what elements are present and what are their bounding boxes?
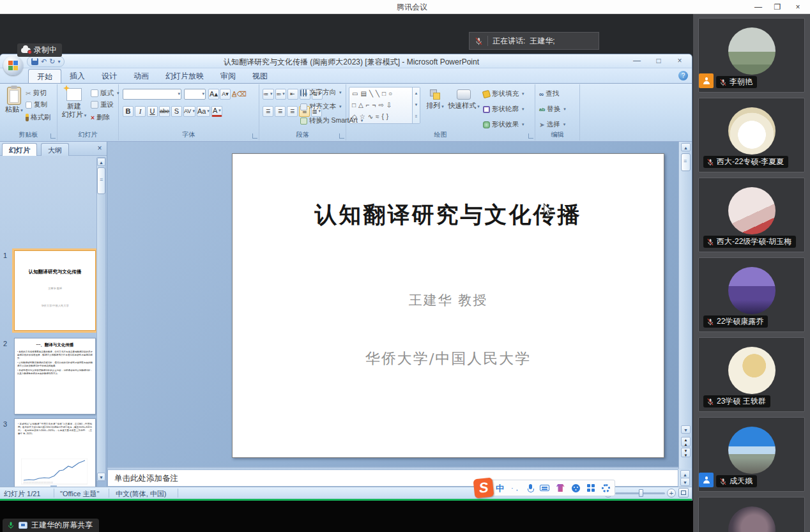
ppt-close-button[interactable]: × [671,56,689,66]
redo-icon[interactable]: ↻ [49,57,55,66]
slide-canvas[interactable]: 认知翻译研究与文化传播 王建华 教授 华侨大学/中国人民大学 [232,153,664,458]
new-slide-button[interactable]: 新建 幻灯片 [61,87,88,118]
notes-scrollbar[interactable]: ▲ ▼ [678,469,692,487]
language-indicator[interactable]: 中文(简体, 中国) [116,489,166,499]
ime-keyboard-icon[interactable] [540,485,549,491]
recording-badge[interactable]: 录制中 [17,43,62,57]
scrollbar-thumb[interactable] [97,167,105,194]
numbering-button[interactable]: ≕ [275,89,286,100]
ime-settings-icon[interactable] [602,484,610,492]
tab-view[interactable]: 视图 [244,69,276,83]
shape-effects-button[interactable]: 形状效果 [483,119,524,130]
slide-affiliation[interactable]: 华侨大学/中国人民大学 [233,349,664,369]
screen-share-banner[interactable]: 王建华的屏幕共享 [3,519,99,532]
quick-styles-button[interactable]: 快速样式 [447,88,480,110]
scroll-down-icon[interactable]: ▼ [681,425,691,434]
shapes-gallery-scroll[interactable]: ▲▼≡ [412,87,420,123]
font-size-combo[interactable] [184,89,206,100]
font-dialog-launcher[interactable] [252,133,257,139]
clipboard-dialog-launcher[interactable] [50,133,56,139]
align-right-button[interactable]: ☰ [287,106,298,117]
ime-punctuation-icon[interactable]: ·， [511,485,521,492]
align-text-button[interactable]: 对齐文本 [300,102,377,112]
help-button[interactable]: ? [678,71,688,80]
slide-title[interactable]: 认知翻译研究与文化传播 [233,200,664,230]
close-button[interactable]: × [790,1,806,13]
zoom-in-button[interactable]: + [667,489,676,498]
qat-customize-icon[interactable]: ▾ [57,57,60,66]
panel-close-icon[interactable]: × [95,144,104,153]
tab-design[interactable]: 设计 [93,69,125,83]
tab-slides-panel[interactable]: 幻灯片 [2,143,37,156]
office-button[interactable] [3,56,23,75]
text-direction-button[interactable]: 文字方向 [300,87,377,98]
previous-slide-button[interactable]: ▲▲ [681,437,691,446]
restore-button[interactable]: ❐ [769,1,786,13]
ppt-minimize-button[interactable]: — [628,56,646,66]
slide-thumbnail-3[interactable]: 本研究以"认知翻译""中国文化外译""传播"为主题词，在CNKI（中国知网）收录… [14,418,96,494]
participant-tile[interactable]: 西大-22专硕-李夏夏 [698,98,805,172]
editor-scrollbar[interactable]: ▲ ▼ ▲▲ ▼▼ [678,142,692,469]
text-shadow-button[interactable]: S [171,106,182,117]
scroll-up-icon[interactable]: ▲ [97,158,105,166]
tab-outline-panel[interactable]: 大纲 [41,143,69,156]
participant-tile[interactable]: 22学硕康露乔 [698,257,805,332]
font-color-button[interactable]: A [211,106,222,117]
format-painter-button[interactable]: 格式刷 [26,112,51,123]
ime-skin-icon[interactable] [556,484,565,492]
participant-tile[interactable]: 李朝艳 [698,18,805,93]
delete-slide-button[interactable]: ×删除 [91,112,110,123]
save-icon[interactable] [31,58,38,65]
tab-animations[interactable]: 动画 [125,69,157,83]
minimize-button[interactable]: — [750,1,767,13]
slide-author[interactable]: 王建华 教授 [233,291,664,309]
participant-tile[interactable]: 成天娥 [698,417,805,492]
cut-button[interactable]: ✂剪切 [26,88,47,98]
find-button[interactable]: ∞查找 [539,89,559,99]
reset-button[interactable]: 重设 [91,100,114,110]
bold-button[interactable]: B [123,106,134,117]
shape-outline-button[interactable]: 形状轮廓 [483,104,524,114]
align-left-button[interactable]: ☰ [263,106,273,117]
copy-button[interactable]: 复制 [26,100,47,110]
paste-button[interactable]: 粘贴 [2,87,26,114]
italic-button[interactable]: I [135,106,146,117]
scroll-down-icon[interactable]: ▼ [680,478,690,486]
ime-emoji-icon[interactable] [572,484,580,492]
align-center-button[interactable]: ☰ [275,106,286,117]
clear-formatting-button[interactable]: A̲⌫ [231,89,247,100]
arrange-button[interactable]: 排列 [424,88,446,110]
panel-scrollbar[interactable]: ▲ ▼ [96,157,106,482]
drawing-dialog-launcher[interactable] [528,133,533,139]
paragraph-dialog-launcher[interactable] [339,133,344,139]
participant-tile[interactable]: 西大-22级学硕-胡玉梅 [698,178,805,252]
undo-icon[interactable]: ↶ [41,57,47,66]
scrollbar-thumb[interactable] [681,153,691,171]
font-name-combo[interactable] [123,89,181,100]
ime-voice-icon[interactable] [528,484,533,492]
slide-thumbnail-2[interactable]: 一、翻译与文化传播 高校的文化传播需要高质量的翻译，任何文化只有高质量地翻译到目… [14,338,96,414]
tab-home[interactable]: 开始 [28,69,61,83]
zoom-slider-handle[interactable] [639,489,643,497]
tab-insert[interactable]: 插入 [61,69,93,83]
participant-tile[interactable] [698,497,805,532]
scroll-up-icon[interactable]: ▲ [681,143,691,151]
select-button[interactable]: ➤选择 [539,119,565,130]
character-spacing-button[interactable]: AV [183,106,195,117]
convert-smartart-button[interactable]: 转换为 SmartArt [300,116,377,126]
grow-font-button[interactable]: A▴ [208,89,219,100]
sogou-logo-icon[interactable]: S [473,478,494,499]
next-slide-button[interactable]: ▼▼ [681,448,691,457]
shape-fill-button[interactable]: 形状填充 [483,89,524,99]
change-case-button[interactable]: Aa [197,106,210,117]
tab-review[interactable]: 审阅 [212,69,244,83]
scroll-down-icon[interactable]: ▼ [97,473,105,481]
theme-name[interactable]: "Office 主题" [60,489,99,499]
fit-to-window-button[interactable] [678,488,689,498]
decrease-indent-button[interactable]: ⇤ [287,89,298,100]
slide-thumbnail-1[interactable]: 认知翻译研究与文化传播 王建华 教授 华侨大学/中国人民大学 [14,250,96,331]
replace-button[interactable]: ab替换 [539,104,566,114]
underline-button[interactable]: U [147,106,158,117]
participant-tile[interactable]: 23学硕 王轶群 [698,337,805,412]
layout-button[interactable]: 版式 [91,88,119,98]
